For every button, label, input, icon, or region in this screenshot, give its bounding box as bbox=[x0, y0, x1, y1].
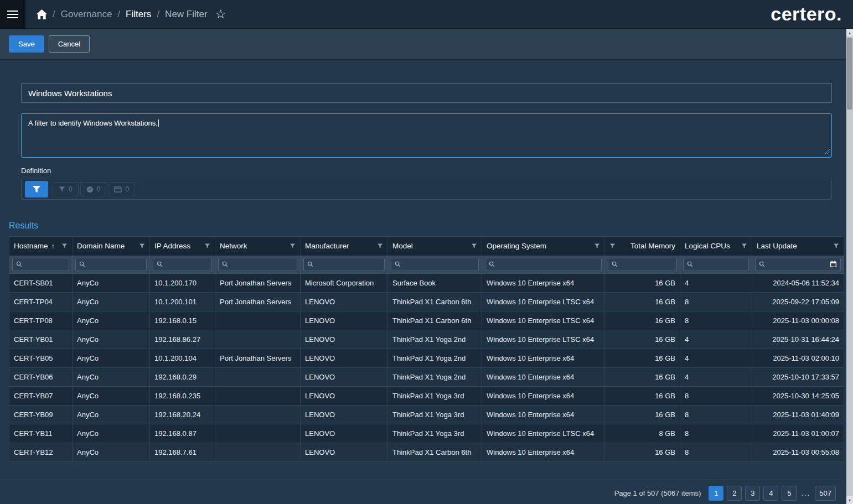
table-row[interactable]: CERT-YB06AnyCo192.168.0.29LENOVOThinkPad… bbox=[9, 368, 844, 387]
table-row[interactable]: CERT-YB05AnyCo10.1.200.104Port Jonathan … bbox=[9, 349, 844, 368]
table-cell: 2025-11-03 00:00:08 bbox=[752, 311, 844, 330]
breadcrumb-separator: / bbox=[157, 9, 159, 20]
column-header-ip-address[interactable]: IP Address bbox=[150, 237, 215, 256]
page-button-507[interactable]: 507 bbox=[815, 486, 836, 501]
column-search-input-operating-system[interactable] bbox=[498, 261, 598, 268]
table-cell: Windows 10 Enterprise x64 bbox=[482, 443, 605, 462]
breadcrumb-governance[interactable]: Governance bbox=[61, 9, 112, 20]
column-search-input-logical-cpus[interactable] bbox=[696, 261, 745, 268]
column-header-logical-cpus[interactable]: Logical CPUs bbox=[680, 237, 752, 256]
table-cell: Windows 10 Enterprise x64 bbox=[482, 274, 605, 293]
cancel-button[interactable]: Cancel bbox=[49, 35, 90, 53]
column-search-cell bbox=[752, 256, 844, 274]
table-cell: 10.1.200.170 bbox=[150, 274, 215, 293]
save-button[interactable]: Save bbox=[9, 35, 44, 53]
breadcrumb-filters[interactable]: Filters bbox=[126, 9, 151, 20]
column-search-input-hostname[interactable] bbox=[25, 261, 65, 268]
column-filter-icon[interactable] bbox=[594, 243, 600, 249]
table-cell: 4 bbox=[680, 274, 752, 293]
table-cell: Port Jonathan Servers bbox=[215, 274, 301, 293]
column-filter-icon[interactable] bbox=[289, 243, 296, 249]
funnel-icon bbox=[59, 186, 65, 193]
column-search-input-network[interactable] bbox=[231, 261, 293, 268]
scroll-up-arrow[interactable]: ▲ bbox=[846, 29, 853, 37]
column-search-cell bbox=[301, 256, 388, 274]
column-filter-icon[interactable] bbox=[609, 243, 616, 249]
column-search-cell bbox=[73, 256, 150, 274]
table-cell: ThinkPad X1 Yoga 3rd bbox=[388, 387, 482, 406]
column-header-operating-system[interactable]: Operating System bbox=[482, 237, 605, 256]
page-button-5[interactable]: 5 bbox=[782, 486, 797, 501]
column-filter-icon[interactable] bbox=[61, 243, 68, 249]
column-header-domain-name[interactable]: Domain Name bbox=[73, 237, 150, 256]
filter-description-input[interactable]: A filter to identify Windows Workstation… bbox=[21, 113, 832, 158]
favorite-star-icon[interactable]: ☆ bbox=[215, 8, 226, 20]
scroll-down-arrow[interactable]: ▼ bbox=[846, 496, 853, 504]
table-row[interactable]: CERT-TP04AnyCo10.1.200.101Port Jonathan … bbox=[9, 293, 844, 311]
table-row[interactable]: CERT-YB11AnyCo192.168.0.87LENOVOThinkPad… bbox=[9, 424, 844, 443]
column-search-cell bbox=[605, 256, 680, 274]
top-bar: / Governance / Filters / New Filter ☆ ce… bbox=[0, 0, 853, 29]
table-cell: CERT-YB07 bbox=[9, 387, 73, 406]
home-icon[interactable] bbox=[37, 9, 47, 19]
column-search-input-total-memory[interactable] bbox=[621, 261, 673, 268]
page-button-2[interactable]: 2 bbox=[727, 486, 742, 501]
column-filter-icon[interactable] bbox=[833, 243, 839, 249]
column-search-input-domain-name[interactable] bbox=[88, 261, 143, 268]
filter-count-button[interactable]: 0 bbox=[53, 182, 79, 196]
filter-name-input[interactable] bbox=[21, 83, 832, 103]
scrollbar-thumb[interactable] bbox=[847, 38, 852, 110]
table-cell: AnyCo bbox=[73, 368, 150, 387]
column-filter-icon[interactable] bbox=[139, 243, 145, 249]
column-filter-icon[interactable] bbox=[377, 243, 383, 249]
table-cell: Port Jonathan Servers bbox=[215, 293, 301, 311]
table-cell: 192.168.0.87 bbox=[150, 424, 215, 443]
search-icon bbox=[79, 261, 85, 267]
table-cell: 16 GB bbox=[605, 293, 680, 311]
table-cell: 192.168.20.24 bbox=[150, 406, 215, 424]
page-button-1[interactable]: 1 bbox=[709, 486, 723, 501]
table-cell: 192.168.86.27 bbox=[150, 330, 215, 349]
table-row[interactable]: CERT-YB12AnyCo192.168.7.61LENOVOThinkPad… bbox=[9, 443, 844, 462]
page-button-4[interactable]: 4 bbox=[763, 486, 778, 501]
column-search-box bbox=[303, 258, 385, 271]
table-cell: Windows 10 Enterprise x64 bbox=[482, 406, 605, 424]
column-header-model[interactable]: Model bbox=[388, 237, 482, 256]
column-filter-icon[interactable] bbox=[471, 243, 477, 249]
column-label: Operating System bbox=[487, 242, 546, 250]
column-label: Hostname bbox=[14, 242, 48, 250]
column-search-box bbox=[755, 258, 841, 271]
hamburger-menu-icon[interactable] bbox=[0, 0, 25, 29]
table-cell: ThinkPad X1 Yoga 2nd bbox=[388, 349, 482, 368]
check-count-button[interactable]: 0 bbox=[80, 182, 107, 196]
table-cell: 192.168.0.29 bbox=[150, 368, 215, 387]
table-row[interactable]: CERT-TP08AnyCo192.168.0.15LENOVOThinkPad… bbox=[9, 311, 844, 330]
column-header-total-memory[interactable]: Total Memory bbox=[605, 237, 680, 256]
table-row[interactable]: CERT-YB07AnyCo192.168.0.235LENOVOThinkPa… bbox=[9, 387, 844, 406]
table-cell bbox=[215, 387, 301, 406]
table-cell: ThinkPad X1 Carbon 6th bbox=[388, 293, 482, 311]
table-cell: CERT-YB09 bbox=[9, 406, 73, 424]
table-row[interactable]: CERT-YB09AnyCo192.168.20.24LENOVOThinkPa… bbox=[9, 406, 844, 424]
add-filter-button[interactable] bbox=[25, 181, 48, 198]
column-search-input-manufacturer[interactable] bbox=[316, 261, 381, 268]
column-search-input-model[interactable] bbox=[404, 261, 475, 268]
vertical-scrollbar[interactable]: ▲ ▼ bbox=[846, 29, 853, 504]
table-row[interactable]: CERT-SB01AnyCo10.1.200.170Port Jonathan … bbox=[9, 274, 844, 293]
column-header-network[interactable]: Network bbox=[215, 237, 301, 256]
column-search-input-last-update[interactable] bbox=[768, 261, 827, 268]
card-count-button[interactable]: 0 bbox=[108, 182, 135, 196]
table-cell: 10.1.200.104 bbox=[150, 349, 215, 368]
column-filter-icon[interactable] bbox=[741, 243, 747, 249]
column-filter-icon[interactable] bbox=[204, 243, 210, 249]
table-row[interactable]: CERT-YB01AnyCo192.168.86.27LENOVOThinkPa… bbox=[9, 330, 844, 349]
column-header-manufacturer[interactable]: Manufacturer bbox=[301, 237, 388, 256]
calendar-icon[interactable] bbox=[830, 261, 837, 268]
definition-counters: 0 0 0 bbox=[53, 182, 135, 196]
column-header-last-update[interactable]: Last Update bbox=[752, 237, 844, 256]
column-header-hostname[interactable]: Hostname↑ bbox=[9, 237, 73, 256]
column-search-input-ip-address[interactable] bbox=[166, 261, 208, 268]
page-button-3[interactable]: 3 bbox=[745, 486, 760, 501]
table-cell: 192.168.0.15 bbox=[150, 311, 215, 330]
resize-grip-icon[interactable] bbox=[825, 148, 830, 156]
